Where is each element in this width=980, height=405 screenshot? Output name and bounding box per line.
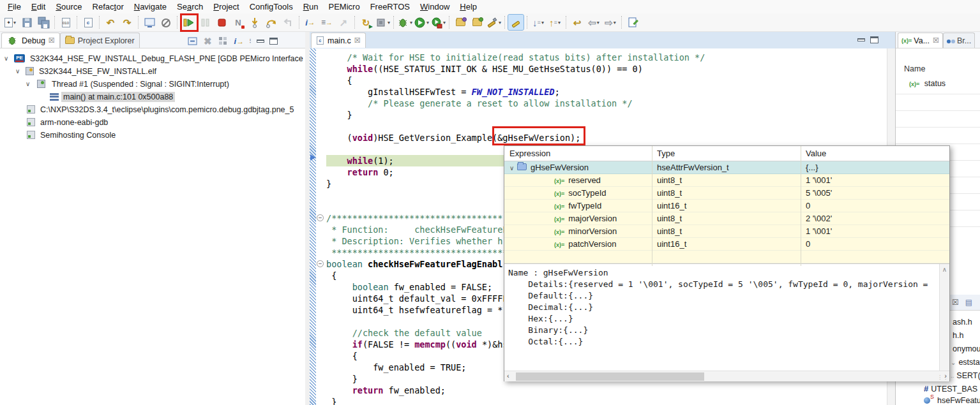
import-project-button[interactable] <box>469 15 485 30</box>
resize-grip[interactable]: ⋮⋮ <box>937 374 949 380</box>
back-button[interactable]: ⇦▾ <box>586 15 601 30</box>
expression-row[interactable]: (x)=socTypeIduint8_t5 '\005' <box>504 187 949 200</box>
save-button[interactable] <box>19 15 34 30</box>
open-project-button[interactable] <box>453 15 468 30</box>
menu-project[interactable]: Project <box>208 1 244 13</box>
dropdown-arrow-icon[interactable]: ▾ <box>541 20 544 26</box>
expression-row[interactable]: (x)=minorVersionuint8_t1 '\001' <box>504 225 949 238</box>
tab-variables[interactable]: (x)=Va...☒ <box>898 33 943 48</box>
minimize-icon[interactable] <box>257 40 264 43</box>
link-with-editor-button[interactable] <box>625 15 640 30</box>
resume-at-line-button[interactable]: ↗ <box>336 15 351 30</box>
scroll-up-icon[interactable]: ∧ <box>942 266 947 273</box>
next-annotation-button[interactable]: ↓≡▾ <box>531 15 546 30</box>
run-button[interactable]: ▾ <box>414 15 429 30</box>
debug-tree-row[interactable]: ∨PES32K344_HSE_FW_INSTALL_Debug_FLASH_PN… <box>0 52 305 64</box>
scroll-left-icon[interactable]: ‹ <box>507 372 509 379</box>
outline-item[interactable]: ash.h <box>953 318 972 327</box>
expression-row[interactable]: (x)=patchVersionuint16_t0 <box>504 238 949 251</box>
column-header-expression[interactable]: Expression <box>509 149 550 158</box>
undo-button[interactable]: ↶ <box>103 15 118 30</box>
c-file-button[interactable]: c <box>80 15 96 30</box>
menu-window[interactable]: Window <box>415 1 455 13</box>
expression-row[interactable]: (x)=majorVersionuint8_t2 '\002' <box>504 212 949 225</box>
binary-file-button[interactable]: 010 <box>58 15 73 30</box>
fold-collapse-icon[interactable]: − <box>317 214 324 221</box>
menu-source[interactable]: Source <box>50 1 87 13</box>
instruction-step-button[interactable]: i→ <box>303 15 318 30</box>
tab-breakpoints[interactable]: Br... <box>943 33 975 48</box>
dropdown-arrow-icon[interactable]: ▾ <box>558 20 561 26</box>
chevron-down-icon[interactable]: ∨ <box>4 55 11 62</box>
debug-button[interactable]: ▾ <box>397 15 412 30</box>
close-icon[interactable]: ☒ <box>952 298 959 307</box>
step-into-button[interactable] <box>247 15 262 30</box>
dropdown-arrow-icon[interactable]: ▾ <box>426 20 429 26</box>
debug-tree-row[interactable]: main() at main.c:101 0x500a88 <box>0 91 305 103</box>
popup-horizontal-scrollbar[interactable]: ‹ › <box>504 371 949 381</box>
step-return-button[interactable] <box>280 15 296 30</box>
chevron-down-icon[interactable]: ∨ <box>509 165 517 172</box>
outline-list-icon[interactable]: ▤ <box>965 298 972 307</box>
minimize-icon[interactable] <box>857 38 865 41</box>
debug-tree-row[interactable]: Semihosting Console <box>0 129 305 141</box>
chevron-down-icon[interactable]: ∨ <box>15 68 23 75</box>
outline-item[interactable]: ⌄eststatus <box>951 358 980 367</box>
reset-button[interactable]: ↻▶ <box>358 15 373 30</box>
maximize-icon[interactable] <box>269 38 278 45</box>
expression-row[interactable] <box>504 251 949 263</box>
new-wizard-button[interactable]: ✦▾ <box>3 15 18 30</box>
previous-annotation-button[interactable]: ↑≡▾ <box>547 15 562 30</box>
minimize-box-icon[interactable] <box>186 35 199 47</box>
debug-tree-row[interactable]: arm-none-eabi-gdb <box>0 116 305 128</box>
profile-button[interactable]: ▾ <box>430 15 446 30</box>
tab-main-c[interactable]: cmain.c☒ <box>311 33 366 48</box>
menu-edit[interactable]: Edit <box>26 1 50 13</box>
variable-row[interactable]: (x)= status <box>909 79 946 88</box>
dropdown-arrow-icon[interactable]: ▾ <box>597 20 599 26</box>
menu-search[interactable]: Search <box>172 1 208 13</box>
outline-item[interactable]: onymou <box>953 344 980 353</box>
column-header-type[interactable]: Type <box>657 149 675 158</box>
console-view-button[interactable] <box>142 15 157 30</box>
fold-collapse-icon[interactable]: − <box>317 260 324 267</box>
step-over-button[interactable] <box>264 15 279 30</box>
debug-launch-tree[interactable]: ∨PES32K344_HSE_FW_INSTALL_Debug_FLASH_PN… <box>0 49 305 405</box>
menu-configtools[interactable]: ConfigTools <box>245 1 298 13</box>
target-chip-button[interactable]: ▾ <box>375 15 390 30</box>
maximize-icon[interactable] <box>870 36 878 43</box>
outline-item[interactable]: h.h <box>953 331 963 340</box>
debug-tree-row[interactable]: ∨Thread #1 (Suspended : Signal : SIGINT:… <box>0 78 305 90</box>
outline-item[interactable]: hseFwFeatu <box>924 396 980 405</box>
column-divider[interactable] <box>801 146 801 266</box>
debug-tree-row[interactable]: C:\NXP\S32DS.3.4_t\eclipse\plugins\com.p… <box>0 103 305 115</box>
outline-item[interactable]: ‥SERT() <box>951 371 980 380</box>
move-to-line-button[interactable]: ≡→ <box>319 15 335 30</box>
last-edit-location-button[interactable]: ↩ <box>569 15 585 30</box>
expression-row[interactable]: (x)=reserveduint8_t1 '\001' <box>504 174 949 187</box>
column-header-value[interactable]: Value <box>806 149 826 158</box>
skip-breakpoints-button[interactable] <box>158 15 174 30</box>
menu-navigate[interactable]: Navigate <box>129 1 172 13</box>
chevron-down-icon[interactable]: ∨ <box>26 80 33 87</box>
details-vertical-scrollbar[interactable]: ∧ <box>939 264 949 371</box>
scrollbar-thumb[interactable] <box>516 372 704 381</box>
view-menu-icon[interactable]: ⁝ <box>249 37 252 45</box>
dropdown-arrow-icon[interactable]: ▾ <box>499 20 501 26</box>
expression-row[interactable]: ∨gHseFwVersionhseAttrFwVersion_t{...} <box>504 161 949 174</box>
mark-occurrences-button[interactable] <box>508 15 524 30</box>
flash-programmer-button[interactable]: ▾ <box>486 15 501 30</box>
dropdown-arrow-icon[interactable]: ▾ <box>410 20 412 26</box>
suspend-button[interactable] <box>197 15 213 30</box>
close-icon[interactable]: ☒ <box>354 36 361 45</box>
outline-item[interactable]: #UTEST_BAS <box>924 384 977 394</box>
dropdown-arrow-icon[interactable]: ▾ <box>388 20 390 26</box>
tab-project-explorer[interactable]: Project Explorer <box>60 33 140 48</box>
redo-button[interactable]: ↷ <box>119 15 135 30</box>
tab-debug[interactable]: Debug☒ <box>1 33 60 48</box>
menu-freertos[interactable]: FreeRTOS <box>365 1 415 13</box>
terminate-button[interactable] <box>214 15 229 30</box>
menu-file[interactable]: File <box>3 1 26 13</box>
dropdown-arrow-icon[interactable]: ▾ <box>443 20 446 26</box>
menu-run[interactable]: Run <box>298 1 324 13</box>
